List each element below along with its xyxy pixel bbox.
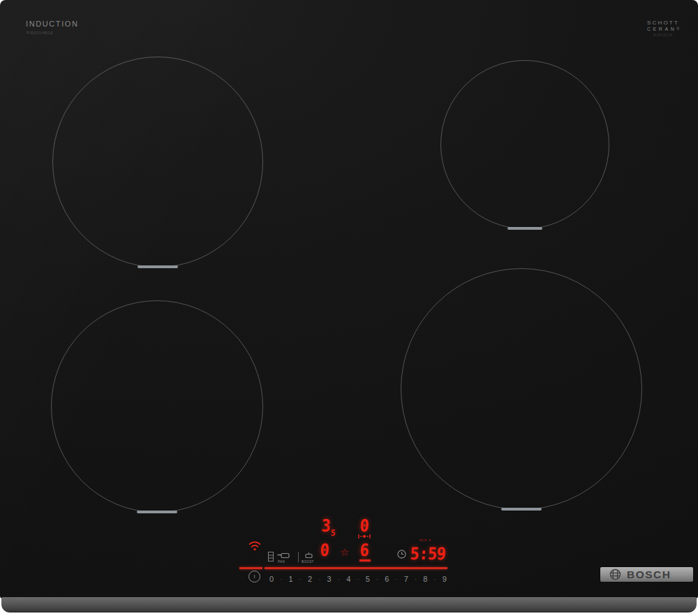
cooktop-glass: INDUCTION PIE631HB1E SCHOTT CERAN® MIROD… — [0, 0, 698, 599]
level-key-9[interactable]: 9 — [443, 575, 447, 583]
level-key-5[interactable]: 5 — [366, 575, 370, 583]
bosch-logo-text: BOSCH — [627, 569, 671, 581]
level-separator: · — [415, 575, 417, 582]
bosch-armature-icon — [609, 569, 621, 580]
level-key-0[interactable]: 0 — [269, 575, 274, 583]
level-digit: 0 — [320, 541, 330, 560]
level-key-2[interactable]: 2 — [308, 575, 312, 583]
level-separator: · — [338, 575, 340, 582]
level-key-6[interactable]: 6 — [385, 575, 389, 583]
wifi-icon — [248, 541, 261, 551]
level-digit: 6 — [359, 541, 370, 560]
level-separator: · — [299, 575, 302, 582]
pan-indicator-label: PAN — [278, 560, 285, 564]
level-separator: · — [376, 575, 378, 582]
pan-position-marker — [501, 508, 542, 511]
level-slider-indicator-bar — [265, 567, 447, 569]
level-digit: 0 — [359, 516, 370, 536]
zone-level-key-front-left[interactable]: 0 — [320, 542, 330, 559]
level-separator: · — [434, 575, 436, 582]
selected-zone-underline — [359, 559, 371, 562]
timer-units-label: min s — [419, 538, 431, 542]
cooking-zone-front-right — [401, 268, 642, 510]
model-number: PIE631HB1E — [27, 31, 53, 35]
cooktop-grid-icon — [268, 552, 274, 562]
pan-icon — [277, 552, 290, 559]
ceran-label: CERAN® — [642, 27, 684, 31]
pan-position-marker — [137, 511, 177, 513]
induction-label: INDUCTION — [26, 20, 79, 28]
level-key-1[interactable]: 1 — [289, 575, 293, 583]
zone-level-key-back-right[interactable]: 0 — [359, 518, 370, 534]
level-separator: · — [357, 575, 359, 582]
level-key-3[interactable]: 3 — [327, 575, 332, 583]
bosch-badge: BOSCH — [600, 567, 693, 582]
glass-brand-mark: SCHOTT CERAN® MIRODUR — [642, 20, 684, 37]
registered-mark: ® — [676, 27, 679, 31]
level-digit: 3 — [321, 516, 332, 536]
cooking-zone-back-right — [440, 60, 609, 229]
boost-indicator-label: BOOST — [302, 560, 314, 564]
power-symbol: I — [253, 574, 255, 580]
product-photo: INDUCTION PIE631HB1E SCHOTT CERAN® MIROD… — [0, 0, 698, 616]
favorite-key[interactable]: ☆ — [340, 547, 349, 557]
schott-label: SCHOTT — [642, 20, 684, 26]
timer-display[interactable]: 5:59 — [410, 545, 446, 562]
level-separator: · — [396, 575, 398, 582]
pan-position-marker — [138, 265, 178, 268]
boost-pan-icon — [305, 552, 314, 558]
glass-brand-subtext: MIRODUR — [642, 34, 684, 37]
power-key-indicator-bar — [239, 567, 262, 569]
front-trim — [1, 597, 697, 613]
zone-level-key-front-right[interactable]: 6 — [359, 542, 370, 559]
cooking-zone-back-left — [52, 57, 263, 267]
pan-position-marker — [507, 227, 542, 230]
cooking-zone-front-left — [51, 300, 263, 513]
zone-level-key-back-left[interactable]: 35 — [321, 518, 336, 538]
level-separator: · — [318, 575, 320, 582]
power-level-slider[interactable]: 0 · 1 · 2 · 3 · 4 · 5 · 6 · 7 · 8 · 9 — [269, 574, 447, 584]
indicator-divider — [298, 552, 299, 562]
clock-icon — [397, 550, 406, 559]
power-button[interactable]: I — [248, 571, 260, 582]
level-key-7[interactable]: 7 — [404, 575, 408, 583]
level-half-digit: 5 — [331, 528, 336, 538]
level-key-4[interactable]: 4 — [346, 575, 350, 583]
level-separator: · — [280, 575, 282, 582]
pan-detection-icon — [357, 534, 371, 539]
level-key-8[interactable]: 8 — [423, 575, 427, 583]
